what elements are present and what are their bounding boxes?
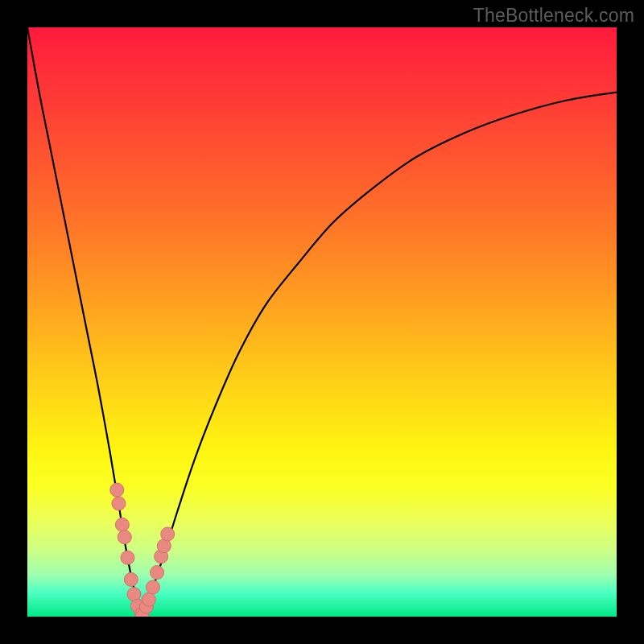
data-point — [124, 572, 138, 586]
data-point — [151, 566, 164, 580]
data-point — [110, 483, 124, 497]
data-point — [118, 530, 131, 544]
curve-curve-right — [142, 93, 617, 617]
plot-area — [27, 27, 617, 617]
bottleneck-curve-svg — [27, 27, 617, 617]
data-point — [142, 592, 155, 606]
data-point — [146, 580, 159, 594]
data-point — [161, 527, 175, 541]
data-point — [112, 497, 126, 510]
chart-frame: TheBottleneck.com — [0, 0, 644, 644]
data-point — [121, 551, 134, 564]
attribution-label: TheBottleneck.com — [473, 5, 634, 27]
data-point — [115, 518, 129, 531]
